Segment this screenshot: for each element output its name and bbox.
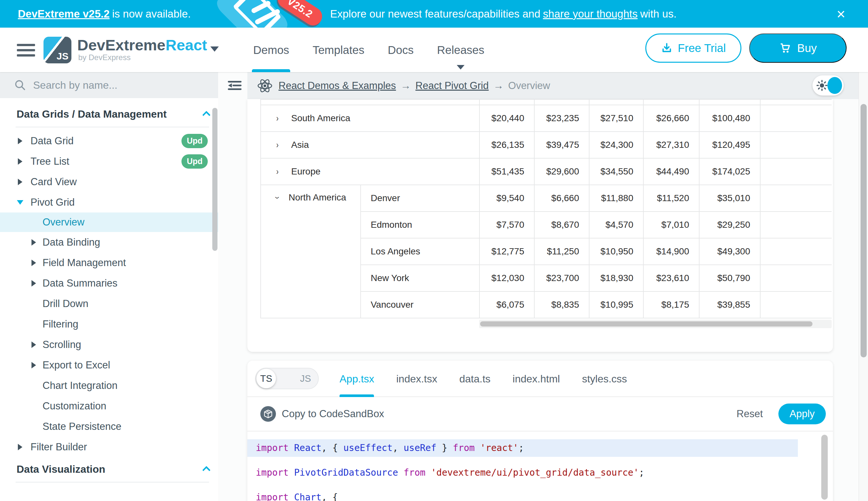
pivot-cell[interactable]: $14,900 bbox=[644, 238, 699, 265]
pivot-cell[interactable]: $74,820 bbox=[760, 131, 832, 158]
pivot-cell[interactable]: $27,510 bbox=[589, 105, 644, 131]
collapsed-triangle-icon[interactable] bbox=[32, 280, 36, 287]
theme-toggle-knob[interactable] bbox=[827, 77, 842, 94]
framework-selector[interactable]: React bbox=[166, 36, 207, 54]
pivot-city-header[interactable]: Los Angeles bbox=[361, 238, 480, 265]
pivot-cell[interactable]: $26,660 bbox=[644, 105, 699, 131]
pivot-cell[interactable]: $21,375 bbox=[760, 238, 832, 265]
file-tab-App-tsx[interactable]: App.tsx bbox=[340, 373, 374, 385]
apply-button[interactable]: Apply bbox=[778, 404, 826, 424]
pivot-cell[interactable]: $7,010 bbox=[644, 212, 699, 238]
pivot-cell[interactable]: $10,320 bbox=[760, 291, 832, 318]
collapsed-triangle-icon[interactable] bbox=[18, 138, 22, 144]
banner-version-link[interactable]: DevExtreme v25.2 bbox=[18, 8, 110, 20]
sidebar-item-state-persistence[interactable]: State Persistence bbox=[0, 416, 218, 437]
codesandbox-icon[interactable] bbox=[260, 406, 276, 422]
free-trial-button[interactable]: Free Trial bbox=[645, 33, 741, 63]
pivot-cell[interactable]: $39,855 bbox=[699, 291, 760, 318]
pivot-cell[interactable]: $29,600 bbox=[534, 158, 589, 185]
reset-button[interactable]: Reset bbox=[737, 408, 763, 420]
expand-chevron-icon[interactable]: › bbox=[276, 140, 278, 150]
sidebar-item-tree-list[interactable]: Tree ListUpd bbox=[0, 151, 218, 172]
page-scrollbar[interactable] bbox=[859, 28, 868, 501]
collapse-sidebar-icon[interactable] bbox=[227, 79, 242, 92]
nav-item-templates[interactable]: Templates bbox=[312, 28, 364, 72]
pivot-cell[interactable]: $6,990 bbox=[760, 185, 832, 212]
hamburger-menu-icon[interactable] bbox=[17, 44, 35, 57]
file-tab-data-ts[interactable]: data.ts bbox=[459, 373, 491, 385]
collapsed-triangle-icon[interactable] bbox=[32, 362, 36, 369]
section-title-data-grids-data-management[interactable]: Data Grids / Data Management bbox=[0, 104, 218, 124]
breadcrumb-item[interactable]: React Pivot Grid bbox=[416, 80, 489, 92]
pivot-cell[interactable]: $8,670 bbox=[534, 212, 589, 238]
sidebar-item-pivot-grid[interactable]: Pivot Grid bbox=[0, 192, 218, 213]
sidebar-item-drill-down[interactable]: Drill Down bbox=[0, 294, 218, 314]
pivot-city-header[interactable]: Edmonton bbox=[361, 212, 480, 238]
section-title-data-visualization[interactable]: Data Visualization bbox=[0, 459, 218, 479]
file-tab-styles-css[interactable]: styles.css bbox=[582, 373, 627, 385]
pivot-cell[interactable]: $22,680 bbox=[760, 265, 832, 291]
sidebar-item-scrolling[interactable]: Scrolling bbox=[0, 334, 218, 355]
pivot-cell[interactable]: $35,010 bbox=[699, 185, 760, 212]
pivot-cell[interactable]: $23,235 bbox=[534, 105, 589, 131]
pivot-city-header[interactable]: Denver bbox=[361, 185, 480, 212]
sidebar-item-data-grid[interactable]: Data GridUpd bbox=[0, 131, 218, 151]
theme-toggle[interactable] bbox=[813, 75, 844, 96]
pivot-cell[interactable]: $10,950 bbox=[589, 238, 644, 265]
nav-item-docs[interactable]: Docs bbox=[387, 28, 414, 72]
pivot-cell[interactable]: $11,880 bbox=[589, 185, 644, 212]
file-tab-index-html[interactable]: index.html bbox=[513, 373, 560, 385]
pivot-cell[interactable]: $7,570 bbox=[480, 212, 534, 238]
file-tab-index-tsx[interactable]: index.tsx bbox=[396, 373, 437, 385]
pivot-region-header[interactable]: ›Europe bbox=[261, 158, 480, 185]
pivot-cell[interactable]: $100,480 bbox=[699, 105, 760, 131]
code-line[interactable]: import Chart, { bbox=[248, 489, 833, 501]
lang-ts-label[interactable]: TS bbox=[256, 373, 277, 384]
chevron-up-icon[interactable] bbox=[202, 466, 210, 474]
pivot-region-header[interactable]: ›Asia bbox=[261, 131, 480, 158]
pivot-cell[interactable]: $6,075 bbox=[480, 291, 534, 318]
sidebar-scrollbar[interactable] bbox=[212, 108, 218, 251]
pivot-cell[interactable]: $9,540 bbox=[480, 185, 534, 212]
pivot-cell[interactable]: $12,775 bbox=[480, 238, 534, 265]
search-input[interactable] bbox=[33, 79, 189, 91]
sidebar-item-data-summaries[interactable]: Data Summaries bbox=[0, 273, 218, 294]
buy-button[interactable]: Buy bbox=[749, 33, 847, 63]
pivot-cell[interactable]: $29,250 bbox=[699, 212, 760, 238]
sidebar-item-filtering[interactable]: Filtering bbox=[0, 314, 218, 334]
pivot-cell[interactable]: $69,655 bbox=[760, 158, 832, 185]
code-line[interactable]: import PivotGridDataSource from 'devextr… bbox=[248, 464, 833, 481]
lang-toggle[interactable]: TS JS bbox=[255, 368, 319, 389]
expand-chevron-icon[interactable]: › bbox=[276, 114, 278, 124]
pivot-cell[interactable]: $120,495 bbox=[699, 131, 760, 158]
pivot-cell[interactable]: $10,995 bbox=[589, 291, 644, 318]
collapsed-triangle-icon[interactable] bbox=[18, 179, 22, 185]
pivot-cell[interactable]: $51,435 bbox=[480, 158, 534, 185]
breadcrumb-item[interactable]: React Demos & Examples bbox=[278, 80, 396, 92]
collapsed-triangle-icon[interactable] bbox=[18, 444, 22, 450]
brand-title[interactable]: DevExtreme bbox=[77, 36, 166, 54]
sidebar-item-card-view[interactable]: Card View bbox=[0, 172, 218, 192]
code-scrollbar-thumb[interactable] bbox=[821, 435, 828, 500]
pivot-cell[interactable]: $11,520 bbox=[644, 185, 699, 212]
sidebar-item-chart-integration[interactable]: Chart Integration bbox=[0, 375, 218, 396]
page-scrollbar-thumb[interactable] bbox=[860, 104, 867, 358]
pivot-cell[interactable]: $6,660 bbox=[534, 185, 589, 212]
share-thoughts-link[interactable]: share your thoughts bbox=[543, 8, 638, 20]
pivot-cell[interactable]: $27,310 bbox=[644, 131, 699, 158]
pivot-hscrollbar-thumb[interactable] bbox=[480, 321, 813, 327]
pivot-cell[interactable]: $44,490 bbox=[644, 158, 699, 185]
expanded-triangle-icon[interactable] bbox=[17, 200, 23, 205]
pivot-cell[interactable]: $26,135 bbox=[480, 131, 534, 158]
code-editor[interactable]: import React, { useEffect, useRef } from… bbox=[248, 431, 833, 501]
pivot-cell[interactable]: $174,025 bbox=[699, 158, 760, 185]
copy-to-codesandbox-label[interactable]: Copy to CodeSandBox bbox=[282, 408, 384, 420]
pivot-cell[interactable]: $11,250 bbox=[534, 238, 589, 265]
framework-caret-icon[interactable] bbox=[210, 46, 219, 52]
pivot-region-header-expanded[interactable]: ›North America bbox=[261, 185, 361, 318]
pivot-cell[interactable]: $39,475 bbox=[534, 131, 589, 158]
collapsed-triangle-icon[interactable] bbox=[32, 341, 36, 348]
chevron-up-icon[interactable] bbox=[202, 111, 210, 119]
banner-close-icon[interactable]: × bbox=[836, 0, 845, 28]
sidebar-search[interactable] bbox=[0, 72, 218, 98]
